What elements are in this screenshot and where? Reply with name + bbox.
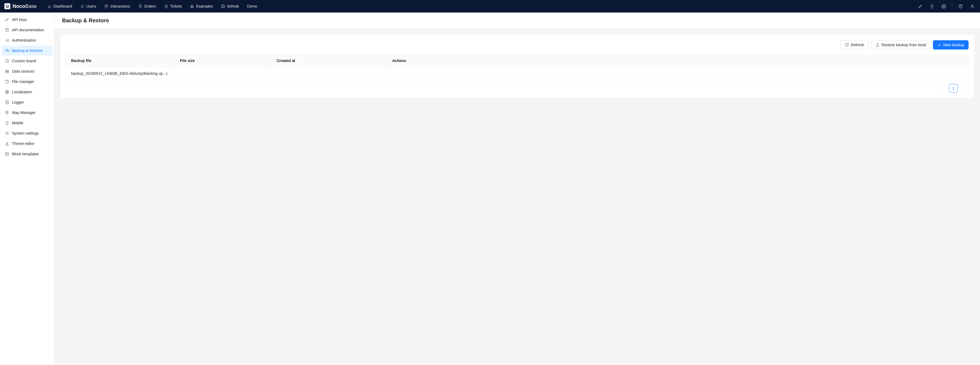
pagination-prev[interactable]	[938, 84, 947, 93]
td-backup-file: backup_20240912_143838_4303.nbdump(Backi…	[66, 67, 175, 80]
sidebar-label: Mobile	[12, 121, 23, 125]
svg-rect-1	[105, 5, 108, 8]
github-icon	[221, 4, 225, 8]
sidebar-item-logger[interactable]: Logger	[2, 97, 52, 107]
chevron-right-icon	[962, 86, 966, 90]
database-icon	[5, 69, 9, 73]
td-file-size	[175, 67, 272, 80]
table-header: Backup file File size Created at Actions	[66, 55, 968, 67]
bar-chart-icon	[48, 4, 51, 8]
sidebar-item-theme-editor[interactable]: Theme editor	[2, 139, 52, 149]
sidebar-label: API keys	[12, 17, 27, 22]
users-icon	[80, 4, 84, 8]
file-icon	[5, 79, 9, 84]
pagination: 1	[66, 84, 969, 93]
refresh-icon	[845, 43, 849, 47]
nav-label: Orders	[144, 4, 156, 8]
th-backup-file: Backup file	[66, 55, 175, 67]
sidebar-item-api-docs[interactable]: API documentation	[2, 25, 52, 35]
nav-interactions[interactable]: Interactions	[101, 2, 133, 10]
sidebar-item-localization[interactable]: Localization	[2, 87, 52, 97]
brand-name: NocoBase	[13, 3, 37, 9]
page-title: Backup & Restore	[62, 17, 972, 24]
sidebar-label: System settings	[12, 131, 39, 135]
clipboard-icon	[138, 4, 142, 8]
gear-icon	[5, 131, 9, 135]
theme-icon	[5, 141, 9, 146]
svg-point-12	[6, 112, 7, 113]
th-file-size: File size	[175, 55, 272, 67]
login-icon	[5, 38, 9, 43]
main-content: Backup & Restore Refresh Restore backup …	[54, 13, 980, 365]
sidebar-item-mobile[interactable]: Mobile	[2, 118, 52, 128]
settings-gear-icon[interactable]	[940, 3, 947, 10]
sidebar-item-authentication[interactable]: Authentication	[2, 35, 52, 45]
backup-card: Refresh Restore backup from local New ba…	[60, 35, 974, 98]
highlighter-icon[interactable]	[917, 3, 924, 10]
bank-icon	[190, 4, 194, 8]
sidebar-item-data-sources[interactable]: Data sources	[2, 67, 52, 76]
svg-point-14	[6, 133, 8, 134]
help-icon[interactable]	[957, 3, 964, 10]
svg-point-4	[943, 6, 944, 7]
plus-icon	[937, 43, 941, 47]
plugin-icon[interactable]	[929, 3, 935, 10]
divider	[952, 4, 952, 9]
nav-demo[interactable]: Demo	[244, 2, 261, 10]
upload-icon	[875, 43, 880, 47]
sidebar-label: Logger	[12, 100, 24, 105]
nav-examples[interactable]: Examples	[187, 2, 216, 10]
sidebar-item-custom-brand[interactable]: Custom brand	[2, 56, 52, 66]
pagination-next[interactable]	[960, 84, 969, 93]
sidebar-label: File manager	[12, 79, 34, 84]
top-right-actions	[917, 3, 976, 10]
nav-label: GitHub	[227, 4, 239, 8]
sidebar-item-block-templates[interactable]: Block templates	[2, 149, 52, 159]
table-body: backup_20240912_143838_4303.nbdump(Backi…	[66, 67, 968, 80]
toolbar: Refresh Restore backup from local New ba…	[66, 40, 969, 49]
nav-users[interactable]: Users	[77, 2, 100, 10]
nav-label: Dashboard	[53, 4, 72, 8]
svg-rect-15	[6, 152, 9, 156]
sidebar-item-map-manager[interactable]: Map Manager	[2, 108, 52, 117]
nav-orders[interactable]: Orders	[135, 2, 159, 10]
th-actions: Actions	[387, 55, 968, 67]
sidebar-item-file-manager[interactable]: File manager	[2, 77, 52, 86]
table-row: backup_20240912_143838_4303.nbdump(Backi…	[66, 67, 968, 80]
nav-label: Examples	[196, 4, 213, 8]
sidebar-item-api-keys[interactable]: API keys	[2, 15, 52, 24]
sidebar-label: Localization	[12, 90, 32, 94]
user-avatar-icon[interactable]	[969, 3, 976, 10]
sidebar: API keys API documentation Authenticatio…	[0, 13, 54, 365]
document-icon	[5, 28, 9, 32]
button-label: Refresh	[851, 43, 864, 47]
cloud-sync-icon	[5, 48, 9, 53]
sidebar-label: API documentation	[12, 28, 44, 32]
backup-table: Backup file File size Created at Actions…	[66, 54, 969, 80]
brand[interactable]: NocoBase	[4, 3, 37, 9]
svg-point-0	[81, 5, 83, 6]
nav-github[interactable]: GitHub	[218, 2, 242, 10]
new-backup-button[interactable]: New backup	[933, 40, 969, 49]
td-actions	[387, 67, 968, 80]
top-nav: Dashboard Users Interactions Orders Tick…	[44, 2, 260, 10]
restore-local-button[interactable]: Restore backup from local	[871, 40, 930, 49]
nav-label: Tickets	[170, 4, 182, 8]
pagination-page-1[interactable]: 1	[949, 84, 958, 93]
nav-dashboard[interactable]: Dashboard	[44, 2, 75, 10]
log-icon	[5, 100, 9, 105]
nav-tickets[interactable]: Tickets	[161, 2, 185, 10]
td-created-at	[272, 67, 387, 80]
refresh-button[interactable]: Refresh	[840, 40, 869, 49]
sidebar-label: Data sources	[12, 69, 34, 73]
sidebar-item-backup-restore[interactable]: Backup & Restore	[2, 46, 52, 56]
brand-logo-icon	[4, 3, 10, 9]
sidebar-label: Block templates	[12, 152, 39, 156]
sidebar-label: Authentication	[12, 38, 36, 43]
sidebar-item-system-settings[interactable]: System settings	[2, 129, 52, 138]
nav-label: Users	[86, 4, 96, 8]
mobile-icon	[5, 121, 9, 125]
sidebar-label: Backup & Restore	[12, 48, 43, 53]
button-label: New backup	[943, 43, 964, 47]
chevron-left-icon	[940, 86, 944, 90]
